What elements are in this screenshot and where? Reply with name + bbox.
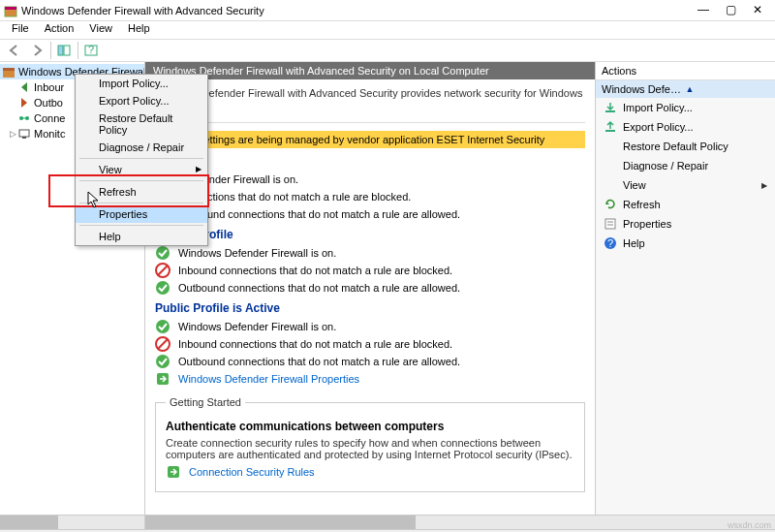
actions-pane: Actions Windows Defender Firewall with A…: [596, 62, 775, 515]
block-icon: [155, 336, 170, 352]
action-diagnose-repair[interactable]: Diagnose / Repair: [596, 156, 775, 175]
action-view[interactable]: View▶: [596, 175, 775, 195]
svg-rect-12: [22, 137, 26, 139]
tree-hscroll[interactable]: [0, 516, 145, 529]
help-icon: ?: [604, 236, 617, 250]
expand-icon[interactable]: ▷: [8, 129, 17, 139]
action-refresh[interactable]: Refresh: [596, 195, 775, 214]
show-hide-tree-button[interactable]: [53, 41, 75, 60]
block-icon: [155, 263, 170, 278]
main-panel: Windows Defender Firewall with Advanced …: [145, 62, 596, 515]
monitor-icon: [17, 127, 31, 141]
svg-text:?: ?: [607, 237, 613, 249]
private-profile-title: Private Profile: [155, 228, 585, 241]
titlebar: Windows Defender Firewall with Advanced …: [0, 0, 775, 21]
svg-rect-29: [605, 110, 615, 112]
horizontal-scroll-row: [0, 515, 775, 529]
getting-started-legend: Getting Started: [166, 396, 245, 408]
firewall-properties-link[interactable]: Windows Defender Firewall Properties: [155, 371, 585, 387]
inbound-icon: [17, 80, 31, 94]
svg-rect-3: [64, 46, 70, 55]
action-export-policy[interactable]: Export Policy...: [596, 117, 775, 137]
svg-point-22: [156, 281, 170, 295]
connection-icon: [17, 111, 31, 125]
refresh-icon: [604, 198, 617, 211]
menu-action[interactable]: Action: [37, 21, 82, 39]
watermark: wsxdn.com: [728, 520, 771, 530]
status-row: Windows Defender Firewall is on.: [155, 319, 585, 334]
svg-rect-7: [3, 68, 15, 71]
properties-icon: [604, 217, 617, 231]
cursor-icon: [87, 191, 101, 208]
svg-line-25: [158, 339, 168, 349]
svg-rect-30: [605, 130, 615, 132]
action-properties[interactable]: Properties: [596, 214, 775, 234]
action-help[interactable]: ?Help: [596, 234, 775, 253]
status-row: Inbound connections that do not match a …: [155, 336, 585, 352]
status-row: connections that do not match a rule are…: [155, 189, 585, 204]
ctx-diagnose-repair[interactable]: Diagnose / Repair: [76, 139, 207, 156]
connection-security-rules-link[interactable]: Connection Security Rules: [166, 464, 574, 480]
menu-view[interactable]: View: [81, 21, 120, 39]
link-icon: [166, 464, 181, 480]
check-icon: [155, 245, 170, 261]
menubar: File Action View Help: [0, 21, 775, 39]
outbound-icon: [17, 96, 31, 110]
svg-rect-31: [605, 219, 615, 229]
ctx-help[interactable]: Help: [76, 228, 207, 245]
action-import-policy[interactable]: Import Policy...: [596, 98, 775, 117]
public-profile-title: Public Profile is Active: [155, 301, 585, 315]
forward-button[interactable]: [26, 41, 47, 60]
status-row: Windows Defender Firewall is on.: [155, 245, 585, 261]
status-row: Outbound connections that do not match a…: [155, 280, 585, 296]
action-restore-default[interactable]: Restore Default Policy: [596, 137, 775, 156]
ctx-export-policy[interactable]: Export Policy...: [76, 92, 207, 110]
export-icon: [604, 120, 617, 134]
authenticate-heading: Authenticate communications between comp…: [166, 420, 574, 433]
svg-point-19: [156, 246, 170, 260]
check-icon: [155, 319, 170, 334]
window-title: Windows Defender Firewall with Advanced …: [21, 5, 690, 16]
status-row: s Defender Firewall is on.: [155, 172, 585, 187]
svg-rect-2: [58, 46, 63, 55]
warning-text: ese settings are being managed by vendor…: [178, 134, 544, 145]
context-menu: Import Policy... Export Policy... Restor…: [75, 74, 208, 246]
toolbar: ?: [0, 39, 775, 62]
collapse-icon: ▲: [686, 84, 770, 94]
main-header: Windows Defender Firewall with Advanced …: [145, 62, 595, 79]
svg-point-23: [156, 320, 170, 333]
firewall-icon: [2, 65, 16, 78]
authenticate-text: Create connection security rules to spec…: [166, 437, 574, 460]
intro-text: Windows Defender Firewall with Advanced …: [155, 87, 585, 110]
main-hscroll[interactable]: [145, 516, 596, 529]
svg-line-21: [158, 266, 168, 275]
app-icon: [4, 4, 17, 17]
submenu-arrow-icon: ▶: [196, 165, 202, 173]
help-button[interactable]: ?: [80, 41, 102, 60]
domain-profile-title: ofile: [155, 154, 585, 168]
ctx-restore-default[interactable]: Restore Default Policy: [76, 110, 207, 139]
menu-help[interactable]: Help: [120, 21, 158, 39]
check-icon: [155, 280, 170, 296]
svg-point-26: [156, 355, 170, 368]
minimize-button[interactable]: —: [690, 1, 717, 20]
close-button[interactable]: ✕: [744, 1, 771, 20]
actions-pane-header: Actions: [596, 62, 775, 80]
link-icon: [155, 371, 170, 387]
svg-rect-11: [19, 130, 29, 137]
status-row: Outbound connections that do not match a…: [155, 206, 585, 222]
warning-bar: ! ese settings are being managed by vend…: [155, 131, 585, 148]
getting-started-group: Getting Started Authenticate communicati…: [155, 396, 585, 492]
svg-text:?: ?: [88, 45, 94, 55]
status-row: Outbound connections that do not match a…: [155, 354, 585, 369]
actions-group-title[interactable]: Windows Defender Firewall with Advan...▲: [596, 80, 775, 98]
maximize-button[interactable]: ▢: [717, 1, 744, 20]
back-button[interactable]: [4, 41, 25, 60]
svg-rect-1: [5, 7, 16, 10]
main-body: Windows Defender Firewall with Advanced …: [145, 79, 595, 515]
submenu-arrow-icon: ▶: [761, 181, 767, 190]
menu-file[interactable]: File: [4, 21, 37, 39]
ctx-view[interactable]: View▶: [76, 161, 207, 178]
check-icon: [155, 354, 170, 369]
ctx-import-policy[interactable]: Import Policy...: [76, 75, 207, 92]
